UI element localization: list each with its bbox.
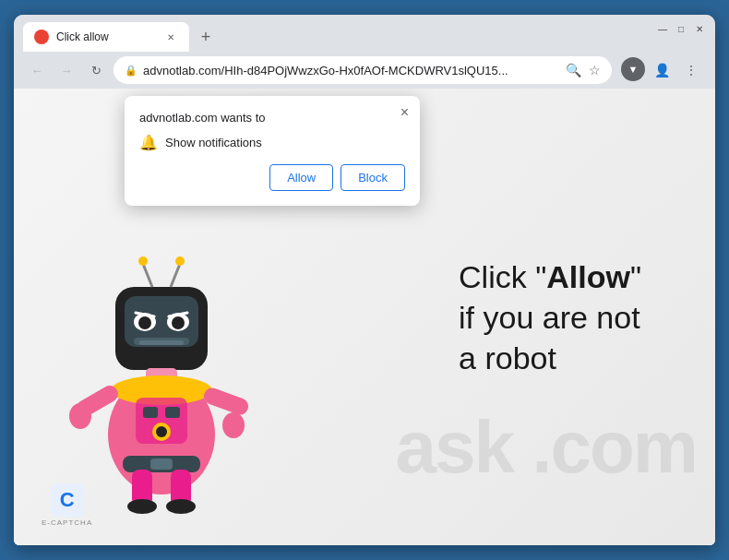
title-bar: Click allow ✕ + — □ ✕ xyxy=(14,15,715,52)
download-icon[interactable]: ▼ xyxy=(621,57,645,81)
tab-title: Click allow xyxy=(56,30,156,43)
active-tab[interactable]: Click allow ✕ xyxy=(23,22,189,52)
close-button[interactable]: ✕ xyxy=(693,22,706,35)
popup-notification-row: 🔔 Show notifications xyxy=(139,134,405,151)
svg-point-17 xyxy=(156,426,167,437)
search-icon[interactable]: 🔍 xyxy=(566,63,581,77)
svg-line-28 xyxy=(143,264,152,287)
url-text: advnotlab.com/HIh-d84POjWwzxGo-Hx0fAOf-M… xyxy=(143,64,560,77)
more-options-icon[interactable]: ⋮ xyxy=(678,57,704,83)
svg-point-6 xyxy=(172,316,185,329)
block-button[interactable]: Block xyxy=(341,164,405,191)
lock-icon: 🔒 xyxy=(125,65,137,77)
address-icons: 🔍 ☆ xyxy=(566,63,601,77)
svg-rect-19 xyxy=(150,459,173,470)
svg-line-30 xyxy=(171,264,180,287)
allow-button[interactable]: Allow xyxy=(269,164,333,191)
svg-point-23 xyxy=(166,499,196,514)
popup-title: advnotlab.com wants to xyxy=(139,111,405,125)
menu-icons: ▼ 👤 ⋮ xyxy=(621,57,704,83)
ecaptcha-icon: C xyxy=(51,483,84,517)
main-text-line2: if you are not xyxy=(459,296,641,337)
window-controls: — □ ✕ xyxy=(656,22,706,35)
forward-button[interactable]: → xyxy=(54,58,78,82)
tab-favicon xyxy=(34,30,49,44)
svg-point-29 xyxy=(138,256,148,266)
profile-icon[interactable]: 👤 xyxy=(649,57,675,83)
maximize-button[interactable]: □ xyxy=(675,22,687,35)
address-bar-row: ← → ↻ 🔒 advnotlab.com/HIh-d84POjWwzxGo-H… xyxy=(14,52,715,89)
back-button[interactable]: ← xyxy=(25,58,49,82)
popup-close-button[interactable]: × xyxy=(400,105,409,120)
svg-point-5 xyxy=(138,316,151,329)
browser-window: Click allow ✕ + — □ ✕ ← → ↻ 🔒 advnotlab.… xyxy=(14,15,715,545)
ecaptcha-label: E-CAPTCHA xyxy=(42,518,92,527)
popup-buttons: Allow Block xyxy=(139,164,405,191)
main-page-text: Click "Allow" if you are not a robot xyxy=(459,256,641,378)
notification-popup: × advnotlab.com wants to 🔔 Show notifica… xyxy=(125,96,420,206)
bell-icon: 🔔 xyxy=(139,134,158,151)
page-background: ask .com xyxy=(14,89,715,545)
main-text-line3: a robot xyxy=(459,338,641,378)
popup-notification-text: Show notifications xyxy=(165,136,262,149)
svg-point-27 xyxy=(222,412,245,438)
tab-close-button[interactable]: ✕ xyxy=(163,30,178,44)
svg-rect-15 xyxy=(165,407,180,418)
svg-rect-14 xyxy=(143,407,158,418)
minimize-button[interactable]: — xyxy=(656,22,669,35)
bookmark-icon[interactable]: ☆ xyxy=(589,63,601,77)
svg-point-31 xyxy=(175,256,185,266)
watermark-text: ask .com xyxy=(396,405,697,490)
address-box[interactable]: 🔒 advnotlab.com/HIh-d84POjWwzxGo-Hx0fAOf… xyxy=(114,56,612,84)
new-tab-button[interactable]: + xyxy=(193,24,219,50)
svg-rect-10 xyxy=(139,340,184,345)
page-content: ask .com xyxy=(14,89,715,545)
reload-button[interactable]: ↻ xyxy=(84,58,108,82)
allow-text: Allow xyxy=(546,258,630,293)
svg-point-22 xyxy=(127,499,157,514)
robot-illustration xyxy=(60,213,263,508)
svg-point-25 xyxy=(69,403,91,429)
tab-bar: Click allow ✕ + xyxy=(23,15,649,52)
ecaptcha-logo: C E-CAPTCHA xyxy=(42,483,92,527)
